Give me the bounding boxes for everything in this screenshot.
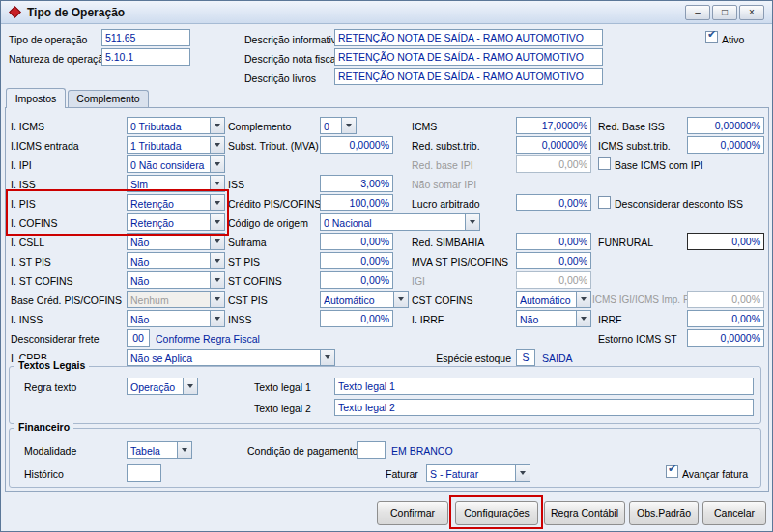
icms-select-value: 0 Tributada	[130, 120, 209, 133]
minimize-button[interactable]: –	[685, 5, 710, 20]
subst-mva-input[interactable]: 0,0000%	[320, 136, 393, 154]
suframa-input[interactable]: 0,00%	[320, 233, 393, 250]
natureza-operacao-input[interactable]: 5.10.1	[101, 48, 190, 66]
ipi-select-value: 0 Não considera	[130, 158, 209, 172]
modalidade-select[interactable]: Tabela	[127, 441, 192, 459]
irrf-select-value: Não	[520, 313, 575, 326]
descricao-nota-fiscal-input[interactable]: RETENÇÃO NOTA DE SAÍDA - RAMO AUTOMOTIVO	[334, 48, 603, 66]
irrf-pct-input[interactable]: 0,00%	[687, 310, 764, 327]
cst-pis-select[interactable]: Automático	[320, 291, 409, 308]
icms-pct-input[interactable]: 17,0000%	[516, 117, 591, 134]
regra-texto-select-value: Operação	[130, 380, 182, 394]
iss-pct-label: ISS	[228, 178, 244, 191]
descricao-livros-input[interactable]: RETENÇÃO NOTA DE SAÍDA - RAMO AUTOMOTIVO	[334, 68, 603, 85]
tab-impostos[interactable]: Impostos	[6, 88, 66, 108]
iss-pct-input[interactable]: 3,00%	[320, 175, 393, 192]
st-cofins-select[interactable]: Não	[127, 271, 225, 289]
inss-select-value: Não	[130, 313, 209, 326]
mva-st-pis-cofins-label: MVA ST PIS/COFINS	[412, 255, 508, 268]
st-cofins-pct-input[interactable]: 0,00%	[320, 271, 393, 289]
chevron-down-icon	[210, 137, 224, 153]
igi-input: 0,00%	[516, 271, 591, 289]
mva-st-pis-cofins-input[interactable]: 0,00%	[516, 252, 591, 269]
red-base-iss-input[interactable]: 0,00000%	[687, 117, 764, 134]
ativo-label: Ativo	[722, 33, 744, 46]
complemento-select[interactable]: 0	[320, 117, 357, 134]
codigo-origem-select-value: 0 Nacional	[324, 216, 464, 230]
close-button[interactable]: ×	[739, 5, 764, 20]
icms-entrada-select[interactable]: 1 Tributada	[127, 136, 225, 154]
chevron-down-icon	[177, 442, 191, 458]
pis-select[interactable]: Retenção	[127, 194, 225, 211]
funrural-input[interactable]: 0,00%	[687, 233, 764, 250]
cprb-select[interactable]: Não se Aplica	[127, 349, 335, 366]
texto-legal-2-input[interactable]: Texto legal 2	[334, 399, 754, 416]
red-subst-trib-input[interactable]: 0,00000%	[516, 136, 591, 154]
titlebar[interactable]: Tipo de Operação – □ ×	[1, 1, 772, 24]
maximize-button[interactable]: □	[712, 5, 737, 20]
especie-estoque-input[interactable]: S	[516, 349, 535, 366]
codigo-origem-select[interactable]: 0 Nacional	[320, 213, 480, 231]
icms-select[interactable]: 0 Tributada	[127, 117, 225, 134]
red-simbahia-input[interactable]: 0,00%	[516, 233, 591, 250]
confirmar-button[interactable]: Confirmar	[377, 501, 448, 525]
regra-contabil-button[interactable]: Regra Contábil	[544, 501, 625, 525]
credito-pis-cofins-input[interactable]: 100,00%	[320, 194, 393, 211]
lucro-arbitrado-label: Lucro arbitrado	[412, 197, 480, 210]
window-title: Tipo de Operação	[27, 6, 125, 19]
inss-pct-input[interactable]: 0,00%	[320, 310, 393, 327]
credito-pis-cofins-label: Crédito PIS/COFINS	[228, 197, 321, 210]
base-cred-select-value: Nenhum	[130, 294, 209, 307]
chevron-down-icon	[210, 253, 224, 268]
red-subst-trib-label: Red. subst.trib.	[412, 139, 480, 153]
dialog-tipo-operacao: Tipo de Operação – □ × Tipo de operação …	[0, 0, 773, 532]
texto-legal-2-label: Texto legal 2	[254, 402, 311, 415]
regra-texto-select[interactable]: Operação	[127, 378, 198, 395]
nao-somar-ipi-label: Não somar IPI	[412, 178, 476, 191]
check-icon: ✔	[668, 462, 676, 475]
chevron-down-icon	[210, 176, 224, 191]
historico-input[interactable]	[127, 464, 161, 482]
avancar-fatura-checkbox[interactable]: ✔	[666, 465, 678, 478]
igi-label: IGI	[412, 274, 425, 288]
ipi-select[interactable]: 0 Não considera	[127, 155, 225, 173]
ativo-checkbox[interactable]: ✔	[705, 31, 718, 43]
tab-complemento[interactable]: Complemento	[68, 90, 149, 107]
descricao-livros-label: Descrição livros	[244, 71, 316, 85]
st-pis-pct-input[interactable]: 0,00%	[320, 252, 393, 269]
st-pis-select[interactable]: Não	[127, 252, 225, 269]
cancelar-button[interactable]: Cancelar	[702, 501, 766, 525]
estorno-icms-st-input[interactable]: 0,0000%	[687, 329, 764, 347]
st-pis-pct-label: ST PIS	[228, 255, 260, 268]
financeiro-title: Financeiro	[14, 421, 73, 433]
chevron-down-icon	[210, 195, 224, 210]
irrf-select[interactable]: Não	[516, 310, 591, 327]
especie-estoque-label: Espécie estoque	[426, 351, 511, 365]
regra-texto-label: Regra texto	[24, 380, 76, 394]
texto-legal-1-input[interactable]: Texto legal 1	[334, 378, 754, 395]
inss-label: I. INSS	[11, 313, 43, 326]
avancar-fatura-label: Avançar fatura	[682, 467, 748, 481]
icms-subst-trib-input[interactable]: 0,0000%	[687, 136, 764, 154]
irrf-pct-label: IRRF	[598, 313, 622, 326]
cofins-select[interactable]: Retenção	[127, 213, 225, 231]
configuracoes-button[interactable]: Configurações	[455, 501, 538, 525]
red-base-ipi-input: 0,00%	[516, 155, 591, 173]
csll-select[interactable]: Não	[127, 233, 225, 250]
codigo-origem-label: Código de origem	[228, 216, 308, 230]
base-cred-pis-cofins-label: Base Créd. PIS/COFINS	[11, 294, 122, 307]
descricao-informativa-input[interactable]: RETENÇÃO NOTA DE SAÍDA - RAMO AUTOMOTIVO	[334, 29, 603, 46]
obs-padrao-button[interactable]: Obs.Padrão	[629, 501, 699, 525]
desconsiderar-frete-input[interactable]: 00	[127, 329, 150, 347]
inss-select[interactable]: Não	[127, 310, 225, 327]
base-icms-com-ipi-checkbox[interactable]	[598, 157, 611, 170]
faturar-select[interactable]: S - Faturar	[426, 464, 530, 482]
cst-cofins-select[interactable]: Automático	[516, 291, 591, 308]
condicao-pagamento-input[interactable]	[357, 441, 386, 459]
lucro-arbitrado-input[interactable]: 0,00%	[516, 194, 591, 211]
iss-select[interactable]: Sim	[127, 175, 225, 192]
desconsiderar-desconto-iss-checkbox[interactable]	[598, 196, 611, 209]
tipo-operacao-input[interactable]: 511.65	[101, 29, 190, 46]
csll-select-value: Não	[130, 236, 209, 249]
faturar-label: Faturar	[386, 467, 418, 481]
